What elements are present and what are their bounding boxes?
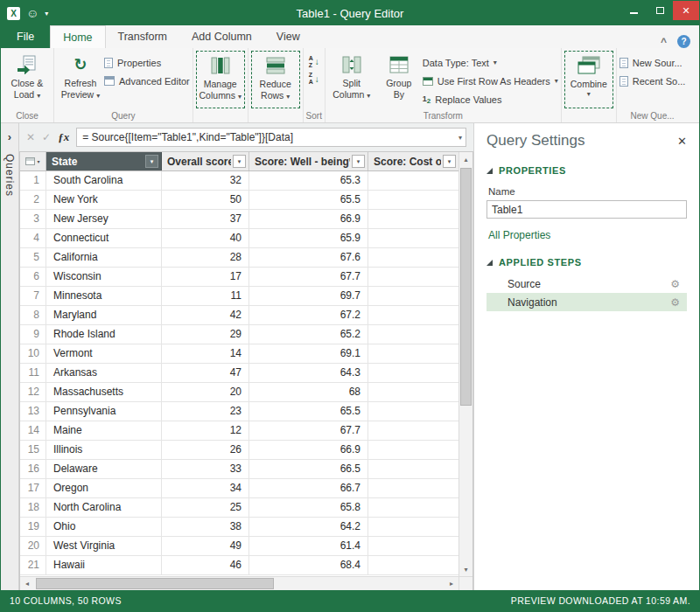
cell[interactable]: Illinois bbox=[46, 441, 162, 459]
cell[interactable]: 65.3 bbox=[249, 171, 368, 190]
maximize-button[interactable] bbox=[647, 1, 673, 20]
row-number[interactable]: 11 bbox=[20, 364, 46, 382]
cell[interactable]: 65.8 bbox=[249, 498, 368, 517]
cell[interactable]: Maryland bbox=[46, 306, 162, 324]
row-number[interactable]: 10 bbox=[20, 344, 46, 363]
sort-descending-button[interactable]: ZA ↓ bbox=[306, 72, 322, 85]
properties-section-header[interactable]: PROPERTIES bbox=[486, 165, 687, 176]
cell[interactable]: 23 bbox=[162, 402, 249, 421]
cell[interactable] bbox=[368, 325, 458, 344]
table-row[interactable]: 4Connecticut4065.9 bbox=[20, 229, 458, 248]
row-number[interactable]: 7 bbox=[20, 287, 46, 305]
cell[interactable]: 67.6 bbox=[249, 248, 368, 267]
row-number[interactable]: 20 bbox=[20, 537, 46, 555]
table-row[interactable]: 21Hawaii4668.4 bbox=[20, 556, 458, 575]
sort-ascending-button[interactable]: AZ ↓ bbox=[306, 55, 322, 68]
table-row[interactable]: 12Massachusetts2068 bbox=[20, 383, 458, 402]
help-button[interactable]: ? bbox=[677, 35, 690, 48]
close-panel-icon[interactable]: ✕ bbox=[677, 135, 687, 148]
filter-button[interactable]: ▾ bbox=[233, 155, 246, 168]
cell[interactable] bbox=[368, 191, 458, 209]
cell[interactable]: Oregon bbox=[46, 479, 162, 497]
table-row[interactable]: 10Vermont1469.1 bbox=[20, 344, 458, 364]
cell[interactable] bbox=[368, 402, 458, 421]
minimize-button[interactable] bbox=[620, 1, 647, 20]
cell[interactable]: Arkansas bbox=[46, 364, 162, 382]
commit-formula-icon[interactable]: ✓ bbox=[42, 131, 51, 143]
scroll-left-button[interactable]: ◂ bbox=[20, 577, 34, 591]
cell[interactable]: 65.9 bbox=[249, 229, 368, 247]
step-settings-gear-icon[interactable]: ⚙ bbox=[670, 296, 680, 309]
cell[interactable]: Wisconsin bbox=[46, 268, 162, 286]
cell[interactable]: 69.7 bbox=[249, 287, 368, 305]
cell[interactable] bbox=[368, 441, 458, 459]
refresh-preview-button[interactable]: ↻ Refresh Preview ▾ bbox=[57, 51, 104, 101]
row-number[interactable]: 18 bbox=[20, 498, 46, 517]
table-row[interactable]: 9Rhode Island2965.2 bbox=[20, 325, 458, 344]
cell[interactable]: Connecticut bbox=[46, 229, 162, 247]
cell[interactable]: New Jersey bbox=[46, 210, 162, 228]
cell[interactable]: Delaware bbox=[46, 460, 162, 478]
cell[interactable] bbox=[368, 498, 458, 517]
table-row[interactable]: 8Maryland4267.2 bbox=[20, 306, 458, 325]
table-row[interactable]: 5California2867.6 bbox=[20, 248, 458, 268]
applied-steps-section-header[interactable]: APPLIED STEPS bbox=[486, 257, 687, 268]
row-number[interactable]: 3 bbox=[20, 210, 46, 228]
row-number[interactable]: 2 bbox=[20, 191, 46, 209]
column-header-state[interactable]: State▾ bbox=[46, 152, 162, 170]
row-number[interactable]: 12 bbox=[20, 383, 46, 401]
cell[interactable]: 26 bbox=[162, 441, 249, 459]
table-row[interactable]: 14Maine1267.7 bbox=[20, 421, 458, 441]
cell[interactable] bbox=[368, 383, 458, 401]
column-header-score-cost-of-livin[interactable]: Score: Cost of livin▾ bbox=[368, 152, 458, 170]
tab-transform[interactable]: Transform bbox=[106, 25, 180, 48]
cell[interactable]: Maine bbox=[46, 421, 162, 440]
cell[interactable]: 49 bbox=[162, 537, 249, 555]
cell[interactable]: 68.4 bbox=[249, 556, 368, 574]
row-number[interactable]: 21 bbox=[20, 556, 46, 574]
cell[interactable]: 34 bbox=[162, 479, 249, 497]
tab-view[interactable]: View bbox=[264, 25, 312, 48]
vertical-scrollbar[interactable]: ▴ ▾ bbox=[458, 152, 472, 576]
cell[interactable]: 64.3 bbox=[249, 364, 368, 382]
cell[interactable]: Vermont bbox=[46, 344, 162, 363]
queries-pane-collapsed[interactable]: › Queries bbox=[1, 123, 19, 590]
filter-button[interactable]: ▾ bbox=[443, 155, 456, 168]
cancel-formula-icon[interactable]: ✕ bbox=[26, 131, 35, 143]
cell[interactable]: 61.4 bbox=[249, 537, 368, 555]
row-number[interactable]: 1 bbox=[20, 171, 46, 190]
new-source-button[interactable]: New Sour... bbox=[620, 55, 686, 70]
cell[interactable]: Ohio bbox=[46, 518, 162, 536]
cell[interactable]: 65.5 bbox=[249, 402, 368, 421]
table-row[interactable]: 18North Carolina2565.8 bbox=[20, 498, 458, 518]
cell[interactable] bbox=[368, 268, 458, 286]
row-number[interactable]: 9 bbox=[20, 325, 46, 344]
table-row[interactable]: 11Arkansas4764.3 bbox=[20, 364, 458, 383]
row-number[interactable]: 8 bbox=[20, 306, 46, 324]
cell[interactable] bbox=[368, 229, 458, 247]
cell[interactable]: 66.5 bbox=[249, 460, 368, 478]
cell[interactable]: 32 bbox=[162, 171, 249, 190]
cell[interactable]: Rhode Island bbox=[46, 325, 162, 344]
cell[interactable]: 25 bbox=[162, 498, 249, 517]
tab-home[interactable]: Home bbox=[50, 25, 105, 48]
tab-add-column[interactable]: Add Column bbox=[179, 25, 264, 48]
table-row[interactable]: 3New Jersey3766.9 bbox=[20, 210, 458, 229]
cell[interactable]: 69.1 bbox=[249, 344, 368, 363]
cell[interactable]: 42 bbox=[162, 306, 249, 324]
advanced-editor-button[interactable]: Advanced Editor bbox=[104, 73, 190, 88]
manage-columns-button[interactable]: Manage Columns ▾ bbox=[197, 52, 244, 101]
table-row[interactable]: 19Ohio3864.2 bbox=[20, 518, 458, 537]
cell[interactable]: 29 bbox=[162, 325, 249, 344]
cell[interactable]: 68 bbox=[249, 383, 368, 401]
titlebar[interactable]: Table1 - Query Editor X ☺ ▾ ✕ bbox=[1, 1, 699, 25]
horizontal-scroll-track[interactable] bbox=[34, 577, 444, 590]
cell[interactable]: 46 bbox=[162, 556, 249, 574]
cell[interactable] bbox=[368, 537, 458, 555]
scroll-down-button[interactable]: ▾ bbox=[459, 562, 472, 576]
cell[interactable]: New York bbox=[46, 191, 162, 209]
cell[interactable]: 64.2 bbox=[249, 518, 368, 536]
cell[interactable]: 12 bbox=[162, 421, 249, 440]
cell[interactable] bbox=[368, 171, 458, 190]
scroll-right-button[interactable]: ▸ bbox=[444, 577, 458, 591]
